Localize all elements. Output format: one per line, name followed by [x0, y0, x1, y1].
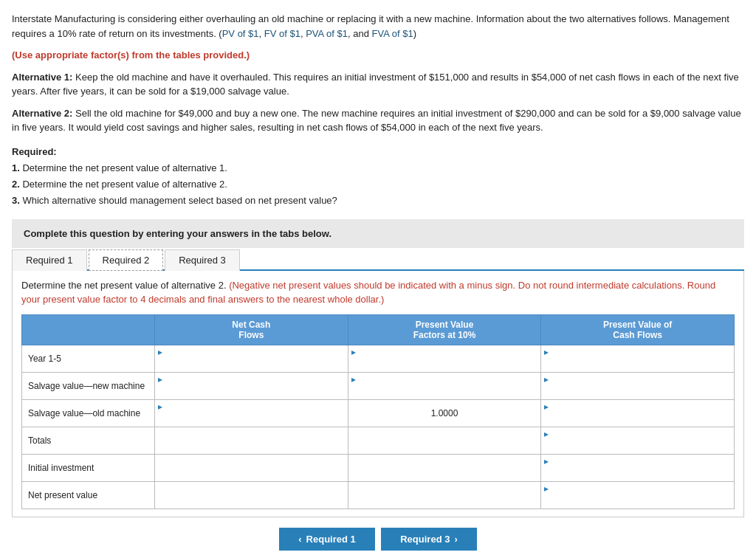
col-header-pv-cash: Present Value ofCash Flows: [541, 314, 735, 345]
npv-pv-cash-input[interactable]: [544, 494, 731, 507]
table-row: Salvage value—new machine ▸ ▸ ▸: [22, 372, 735, 399]
tab-description: Determine the net present value of alter…: [21, 278, 735, 307]
input-salvage-new-pv-factor[interactable]: ▸: [348, 372, 541, 399]
prev-button-label: Required 1: [306, 534, 356, 545]
salvage-new-net-cash-input[interactable]: [158, 385, 345, 398]
input-salvage-old-pv-cash[interactable]: ▸: [541, 399, 735, 427]
salvage-old-net-cash-input[interactable]: [158, 412, 345, 425]
arrow-icon: ▸: [158, 347, 162, 357]
input-initial-pv-factor: [348, 454, 541, 481]
input-year15-net-cash[interactable]: ▸: [155, 345, 348, 372]
initial-pv-cash-input[interactable]: [544, 466, 731, 480]
input-salvage-new-net-cash[interactable]: ▸: [155, 372, 348, 399]
alt2-paragraph: Alternative 2: Sell the old machine for …: [12, 106, 744, 135]
input-year15-pv-factor[interactable]: ▸: [348, 345, 541, 372]
input-initial-net-cash: [155, 454, 348, 481]
input-salvage-new-pv-cash[interactable]: ▸: [541, 372, 735, 399]
year15-net-cash-input[interactable]: [158, 357, 345, 370]
required-label: Required:: [12, 146, 57, 157]
input-npv-pv-cash[interactable]: ▸: [541, 481, 735, 509]
row-label-npv: Net present value: [22, 481, 155, 509]
next-button[interactable]: Required 3 ›: [381, 528, 477, 551]
intro-paragraph1: Interstate Manufacturing is considering …: [12, 12, 744, 41]
tabs-container: Required 1 Required 2 Required 3: [12, 248, 744, 271]
table-row: Initial investment ▸: [22, 454, 735, 481]
salvage-old-pv-cash-input[interactable]: [544, 412, 731, 425]
table-row: Salvage value—old machine ▸ 1.0000 ▸: [22, 399, 735, 427]
fva-link[interactable]: FVA of $1: [372, 28, 413, 39]
arrow-icon: ▸: [158, 374, 162, 385]
col-header-label: [22, 314, 155, 345]
tab-instruction-box: Complete this question by entering your …: [12, 219, 744, 248]
pva-link[interactable]: PVA of $1: [306, 28, 348, 39]
tab-description-prefix: Determine the net present value of alter…: [21, 280, 227, 291]
alt2-text: Sell the old machine for $49,000 and buy…: [12, 108, 741, 134]
alt1-paragraph: Alternative 1: Keep the old machine and …: [12, 70, 744, 99]
col-header-pv-factor: Present ValueFactors at 10%: [348, 314, 541, 345]
intro-section: Interstate Manufacturing is considering …: [12, 12, 744, 209]
red-instruction: (Use appropriate factor(s) from the tabl…: [12, 48, 744, 63]
row-label-year15: Year 1-5: [22, 345, 155, 372]
arrow-icon: ▸: [544, 401, 549, 412]
next-arrow-icon: ›: [454, 534, 457, 545]
input-totals-pv-cash[interactable]: ▸: [541, 427, 735, 454]
arrow-icon: ▸: [158, 401, 162, 412]
tab-required1[interactable]: Required 1: [12, 249, 87, 271]
input-npv-net-cash: [155, 481, 348, 509]
row-label-salvage-old: Salvage value—old machine: [22, 399, 155, 427]
tab-required1-label: Required 1: [26, 255, 73, 266]
salvage-new-pv-factor-input[interactable]: [351, 385, 538, 398]
alt1-text: Keep the old machine and have it overhau…: [12, 72, 739, 97]
input-initial-pv-cash[interactable]: ▸: [541, 454, 735, 481]
npv-table: Net CashFlows Present ValueFactors at 10…: [21, 314, 735, 509]
input-year15-pv-cash[interactable]: ▸: [541, 345, 735, 372]
arrow-icon: ▸: [544, 347, 549, 357]
table-row: Year 1-5 ▸ ▸ ▸: [22, 345, 735, 372]
totals-pv-cash-input[interactable]: [544, 439, 731, 452]
arrow-icon: ▸: [351, 374, 356, 385]
arrow-icon: ▸: [544, 429, 549, 439]
salvage-old-pv-factor-value: 1.0000: [348, 399, 541, 427]
required-item-2: 2. Determine the net present value of al…: [12, 176, 744, 193]
col-header-net-cash: Net CashFlows: [155, 314, 348, 345]
arrow-icon: ▸: [351, 347, 356, 357]
table-row: Net present value ▸: [22, 481, 735, 509]
required-item-1: 1. Determine the net present value of al…: [12, 160, 744, 176]
arrow-icon: ▸: [544, 456, 549, 466]
required-section: Required: 1. Determine the net present v…: [12, 144, 744, 209]
arrow-icon: ▸: [544, 483, 549, 494]
tab-required3[interactable]: Required 3: [165, 249, 240, 271]
year15-pv-cash-input[interactable]: [544, 357, 731, 370]
prev-arrow-icon: ‹: [298, 534, 301, 545]
year15-pv-factor-input[interactable]: [351, 357, 538, 370]
salvage-new-pv-cash-input[interactable]: [544, 385, 731, 398]
tab-required2-label: Required 2: [103, 255, 150, 266]
row-label-initial-investment: Initial investment: [22, 454, 155, 481]
input-totals-pv-factor: [348, 427, 541, 454]
input-totals-net-cash: [155, 427, 348, 454]
tab-instruction-text: Complete this question by entering your …: [24, 228, 331, 239]
input-npv-pv-factor: [348, 481, 541, 509]
fv-link[interactable]: FV of $1: [264, 28, 300, 39]
required-item-3: 3. Which alternative should management s…: [12, 193, 744, 209]
nav-buttons: ‹ Required 1 Required 3 ›: [12, 528, 744, 551]
arrow-icon: ▸: [544, 374, 549, 385]
tab-required3-label: Required 3: [179, 255, 226, 266]
input-salvage-old-net-cash[interactable]: ▸: [155, 399, 348, 427]
next-button-label: Required 3: [400, 534, 450, 545]
alt1-label: Alternative 1:: [12, 72, 72, 83]
row-label-salvage-new: Salvage value—new machine: [22, 372, 155, 399]
table-row-totals: Totals ▸: [22, 427, 735, 454]
alt2-label: Alternative 2:: [12, 108, 72, 119]
tab-content-area: Determine the net present value of alter…: [12, 271, 744, 517]
row-label-totals: Totals: [22, 427, 155, 454]
pv-link[interactable]: PV of $1: [222, 28, 259, 39]
tab-required2[interactable]: Required 2: [89, 249, 164, 271]
prev-button[interactable]: ‹ Required 1: [279, 528, 375, 551]
